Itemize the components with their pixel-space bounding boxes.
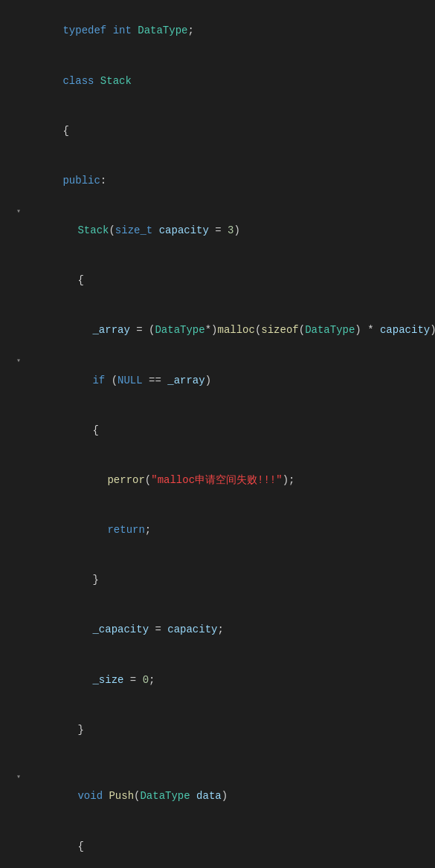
code-line: { (0, 405, 435, 455)
code-line: _size = 0; (0, 655, 435, 705)
code-content: Stack(size_t capacity = 3) (25, 206, 429, 256)
code-line: { (0, 106, 435, 155)
code-content: _size = 0; (25, 655, 429, 705)
code-line: class Stack (0, 56, 435, 106)
code-line: ▾ void Push(DataType data) (0, 771, 435, 821)
code-content: { (25, 256, 429, 305)
code-line: typedef int DataType; (0, 6, 435, 56)
code-line (0, 755, 435, 771)
code-content: _array = (DataType*)malloc(sizeof(DataTy… (25, 305, 435, 355)
code-line: { (0, 256, 435, 305)
code-content: } (25, 705, 429, 754)
code-line: ▾ Stack(size_t capacity = 3) (0, 206, 435, 256)
code-container: typedef int DataType; class Stack { publ… (0, 0, 435, 868)
code-content: void Push(DataType data) (25, 771, 429, 821)
code-line: perror("malloc申请空间失败!!!"); (0, 456, 435, 505)
code-content: public: (25, 156, 429, 206)
code-content: class Stack (25, 56, 429, 106)
code-line: public: (0, 156, 435, 206)
code-content: { (25, 405, 429, 455)
code-line: _array = (DataType*)malloc(sizeof(DataTy… (0, 305, 435, 355)
code-content: _capacity = capacity; (25, 605, 429, 655)
code-line: return; (0, 505, 435, 555)
code-content: { (25, 821, 429, 868)
code-line: ▾ if (NULL == _array) (0, 355, 435, 405)
code-content: { (25, 106, 429, 155)
code-line: } (0, 555, 435, 605)
code-line: { (0, 821, 435, 868)
code-content: return; (25, 505, 429, 555)
code-line: } (0, 705, 435, 754)
code-content: perror("malloc申请空间失败!!!"); (25, 456, 429, 505)
code-content: if (NULL == _array) (25, 355, 429, 405)
code-content: typedef int DataType; (25, 6, 429, 56)
code-content (25, 755, 429, 771)
code-line: _capacity = capacity; (0, 605, 435, 655)
code-content: } (25, 555, 429, 605)
